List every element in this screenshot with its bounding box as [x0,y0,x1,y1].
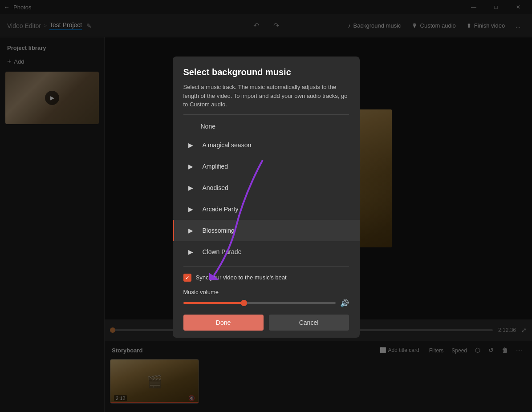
play-arcade-button[interactable]: ▶ [185,203,197,215]
background-music-modal: Select background music Select a music t… [173,57,360,338]
volume-fill [183,302,244,304]
sync-checkbox[interactable]: ✓ [183,274,191,282]
play-blossoming-button[interactable]: ▶ [185,224,197,237]
play-anodised-button[interactable]: ▶ [185,182,197,194]
volume-thumb[interactable] [241,300,247,306]
music-item-amplified[interactable]: ▶ Amplified [173,156,360,177]
cancel-button[interactable]: Cancel [269,315,349,331]
modal-title: Select background music [183,67,349,77]
music-name-blossoming: Blossoming [203,227,235,234]
music-name-magical: A magical season [203,141,252,149]
volume-section: Music volume 🔊 [183,289,349,307]
play-clown-button[interactable]: ▶ [185,246,197,258]
play-amplified-button[interactable]: ▶ [185,160,197,173]
modal-description: Select a music track. The music automati… [183,83,349,109]
sync-label: Sync your video to the music's beat [196,274,287,281]
music-item-clown[interactable]: ▶ Clown Parade [173,241,360,263]
modal-footer: ✓ Sync your video to the music's beat Mu… [173,267,360,338]
check-icon: ✓ [185,275,190,281]
music-item-anodised[interactable]: ▶ Anodised [173,177,360,198]
modal-overlay: Select background music Select a music t… [0,0,532,412]
music-item-blossoming[interactable]: ▶ Blossoming [173,220,360,241]
music-list: None ▶ A magical season ▶ Amplified ▶ An… [173,115,360,266]
music-item-magical[interactable]: ▶ A magical season [173,134,360,156]
music-item-arcade[interactable]: ▶ Arcade Party [173,198,360,220]
volume-row: 🔊 [183,299,349,307]
volume-icon: 🔊 [340,299,349,307]
none-label: None [201,123,215,130]
music-name-arcade: Arcade Party [203,206,239,213]
play-magical-button[interactable]: ▶ [185,139,197,151]
music-name-clown: Clown Parade [203,248,242,255]
done-button[interactable]: Done [183,315,264,331]
music-name-amplified: Amplified [203,163,228,170]
music-name-anodised: Anodised [203,184,228,191]
music-item-none[interactable]: None [173,118,360,134]
sync-row: ✓ Sync your video to the music's beat [183,274,349,282]
modal-header: Select background music Select a music t… [173,57,360,114]
volume-label: Music volume [183,289,349,295]
volume-slider[interactable] [183,302,336,304]
modal-buttons: Done Cancel [183,315,349,331]
